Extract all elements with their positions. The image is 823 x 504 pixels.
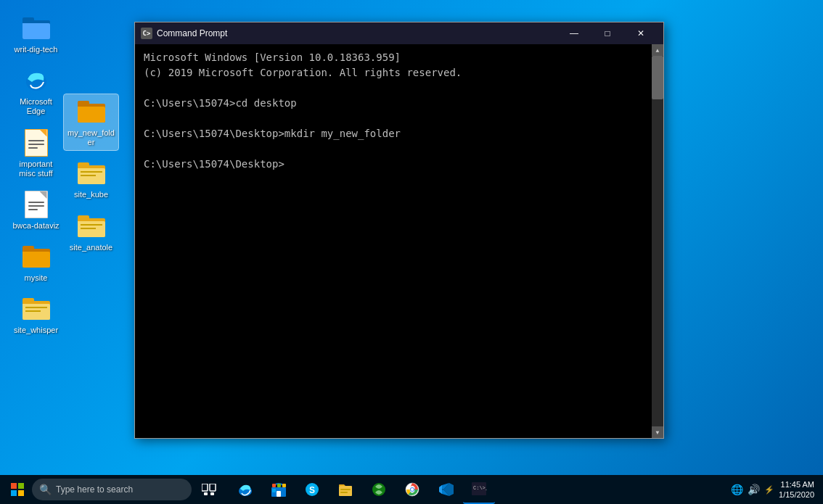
folder-icon-mysite [22,242,51,271]
svg-text:C:\>_: C:\>_ [473,485,487,491]
folder-icon-site-anatole [77,212,106,241]
svg-rect-18 [339,486,352,496]
icon-label-microsoft-edge: Microsoft Edge [12,97,60,116]
desktop-icon-site-kube[interactable]: site_kube [64,156,118,202]
scrollbar-down-button[interactable]: ▼ [652,426,663,438]
tray-volume-icon[interactable]: 🔊 [748,484,760,495]
doc-icon-important [22,128,51,157]
desktop-icon-important-misc-stuff[interactable]: important misc stuff [9,125,63,181]
taskbar-edge-button[interactable] [229,475,261,504]
desktop-icon-writ-dig-tech[interactable]: writ-dig-tech [9,11,63,57]
taskbar-file-explorer-button[interactable] [329,475,361,504]
cmd-window-controls: — □ ✕ [557,22,658,44]
svg-rect-5 [202,484,208,491]
desktop-icon-site-whisper[interactable]: site_whisper [9,292,63,338]
svg-rect-15 [272,489,276,492]
svg-rect-11 [277,491,281,497]
scrollbar-thumb[interactable] [652,56,663,99]
folder-icon-site-kube [77,159,106,188]
icon-label-site-whisper: site_whisper [14,326,58,335]
svg-rect-14 [282,484,286,487]
edge-icon [22,66,51,95]
taskbar-store-button[interactable] [263,475,295,504]
svg-rect-3 [11,490,17,496]
taskbar-search-placeholder: Type here to search [56,484,133,495]
taskbar-chrome-button[interactable] [396,475,428,504]
taskbar-search-bar[interactable]: 🔍 Type here to search [32,479,192,500]
icon-label-site-anatole: site_anatole [70,243,112,252]
desktop-icons-col1: writ-dig-tech Microsoft Edge [9,11,63,339]
icon-label-important-misc-stuff: important misc stuff [12,160,60,178]
taskbar-cmd-button[interactable]: C:\>_ [463,475,495,504]
cmd-window-icon: C> [141,28,152,39]
cmd-scrollbar[interactable]: ▲ ▼ [652,44,663,438]
desktop-icon-bwca-dataviz[interactable]: bwca-dataviz [9,187,63,234]
folder-icon-site-whisper [22,294,51,323]
icon-label-site-kube: site_kube [74,190,108,199]
svg-rect-19 [340,489,351,490]
icon-label-mysite: mysite [25,273,48,283]
svg-rect-13 [277,484,281,487]
scrollbar-track[interactable] [652,56,663,426]
taskbar-xbox-button[interactable] [363,475,395,504]
svg-rect-8 [210,492,214,495]
scrollbar-up-button[interactable]: ▲ [652,44,663,56]
cmd-minimize-button[interactable]: — [557,22,591,44]
svg-rect-1 [11,483,17,489]
icon-label-my-new-folder: my_new_folder [67,128,115,147]
svg-point-25 [411,488,414,491]
icon-label-writ-dig-tech: writ-dig-tech [15,45,58,54]
system-tray: 🌐 🔊 ⚡ 11:45 AM 1/15/2020 [731,479,820,500]
desktop-icon-my-new-folder[interactable]: my_new_folder [64,94,118,150]
svg-rect-7 [204,492,208,495]
cmd-window: C> Command Prompt — □ ✕ Microsoft Window… [134,22,664,439]
svg-rect-4 [18,490,24,496]
svg-rect-6 [210,484,216,491]
folder-icon-writ-dig-tech [22,14,51,43]
cmd-content[interactable]: Microsoft Windows [Version 10.0.18363.95… [135,44,663,438]
cmd-window-title: Command Prompt [157,28,557,38]
desktop-icon-site-anatole[interactable]: site_anatole [64,209,118,255]
icon-label-bwca-dataviz: bwca-dataviz [12,221,59,231]
task-view-button[interactable] [195,475,224,504]
cmd-output: Microsoft Windows [Version 10.0.18363.95… [144,50,655,172]
taskbar: 🔍 Type here to search [0,475,823,504]
taskbar-vscode-button[interactable] [430,475,462,504]
tray-clock[interactable]: 11:45 AM 1/15/2020 [779,479,814,500]
desktop: writ-dig-tech Microsoft Edge [0,0,823,475]
desktop-icons-col2: my_new_folder site_kube [64,94,118,255]
taskbar-skype-button[interactable]: S [296,475,328,504]
cmd-titlebar: C> Command Prompt — □ ✕ [135,22,663,44]
svg-text:S: S [309,485,315,495]
svg-rect-2 [18,483,24,489]
folder-icon-my-new-folder [77,97,106,126]
doc-icon-bwca [22,190,51,219]
start-button[interactable] [3,475,32,504]
desktop-icon-microsoft-edge[interactable]: Microsoft Edge [9,63,63,119]
tray-battery-icon: ⚡ [764,485,774,495]
search-icon: 🔍 [39,484,52,495]
svg-rect-12 [272,484,276,487]
svg-rect-20 [340,492,348,493]
cmd-maximize-button[interactable]: □ [591,22,624,44]
cmd-close-button[interactable]: ✕ [624,22,658,44]
desktop-icon-mysite[interactable]: mysite [9,239,63,286]
tray-network-icon[interactable]: 🌐 [731,484,743,495]
taskbar-app-icons: S [229,475,495,504]
